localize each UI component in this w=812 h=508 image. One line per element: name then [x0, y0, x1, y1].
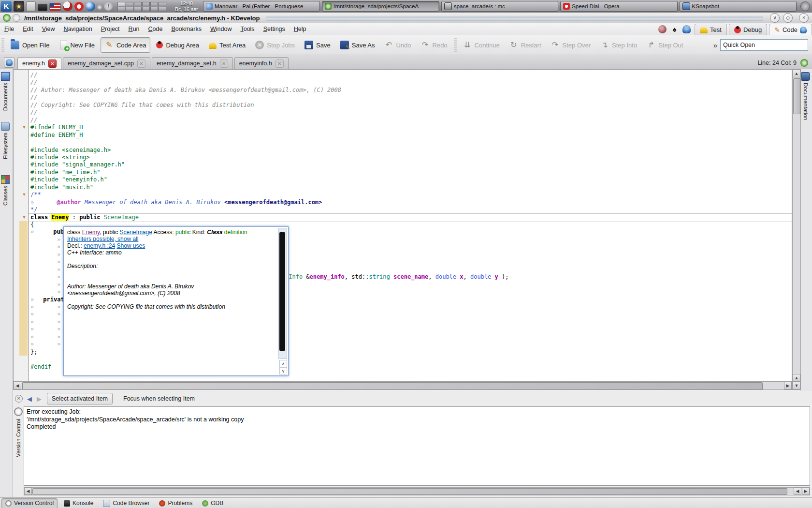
menu-navigation[interactable]: Navigation	[59, 23, 97, 35]
pager-desktop-1[interactable]	[117, 2, 125, 6]
toolbar-code-area[interactable]: ✎Code Area	[101, 37, 150, 53]
fold-marker[interactable]: ▼	[21, 124, 28, 131]
taskbar-window-button[interactable]: /mnt/storage_sda/projects/SpaceA	[322, 1, 439, 12]
alarm-clock-icon[interactable]	[63, 1, 72, 11]
statusbar-button-code-browser[interactable]: Code Browser	[100, 499, 153, 508]
dock-tab-classes[interactable]: Classes	[1, 175, 10, 206]
panel-scroll-left[interactable]: ◀	[24, 488, 32, 495]
toolview-tab-version-control[interactable]: Version Control	[15, 419, 21, 457]
tab-close-icon[interactable]: ✕	[220, 60, 228, 68]
kdevelop-gear-icon[interactable]	[800, 59, 808, 67]
editor-gutter[interactable]: ▼▼▼	[14, 70, 29, 381]
window-titlebar[interactable]: /mnt/storage_sda/projects/SpaceArcade/sp…	[0, 13, 812, 24]
close-toolview-icon[interactable]: ✕	[15, 395, 23, 403]
taskbar-window-button[interactable]: KSnapshot	[680, 1, 797, 12]
panel-scroll-left2[interactable]: ◀	[794, 488, 801, 495]
toolbar-overflow-button[interactable]: »	[710, 41, 720, 49]
panel-applet-icon[interactable]	[800, 1, 810, 11]
info-icon[interactable]: i	[104, 2, 113, 11]
toolbar-open-file[interactable]: Open File	[7, 38, 53, 52]
menu-code[interactable]: Code	[144, 23, 167, 35]
window-menu-icon[interactable]	[13, 14, 20, 22]
area-button-debug[interactable]: Debug	[729, 24, 767, 35]
area-button-test[interactable]: Test	[695, 24, 727, 35]
klipper-icon[interactable]	[26, 1, 36, 11]
pager-desktop-10[interactable]	[142, 7, 150, 11]
statusbar-button-gdb[interactable]: GDB	[199, 499, 227, 508]
editor-horizontal-scrollbar[interactable]: ◀ ▶	[13, 381, 792, 390]
hscroll-thumb[interactable]	[22, 382, 763, 390]
bookmarks-star-icon[interactable]: ★	[14, 1, 24, 12]
pager-desktop-12[interactable]	[159, 7, 166, 11]
forward-arrow-icon[interactable]: ▶	[37, 395, 42, 403]
fold-marker[interactable]: ▼	[21, 214, 28, 221]
menu-edit[interactable]: Edit	[18, 23, 38, 35]
tab-enemyinfo.h[interactable]: enemyinfo.h✕	[234, 57, 289, 69]
pager-desktop-11[interactable]	[150, 7, 158, 11]
tooltip-scroll-up[interactable]: ∧	[279, 360, 287, 367]
menu-run[interactable]: Run	[124, 23, 144, 35]
toolbar-debug-area[interactable]: Debug Area	[152, 38, 203, 52]
desktop-pager[interactable]	[117, 2, 166, 11]
taskbar-window-button[interactable]: Manowar - Pai (Father - Portuguese	[203, 1, 320, 12]
scroll-left-button[interactable]: ◀	[14, 382, 21, 389]
kmenu-icon[interactable]: K	[1, 1, 12, 12]
pager-desktop-8[interactable]	[126, 7, 133, 11]
pager-desktop-7[interactable]	[117, 7, 125, 11]
pager-desktop-6[interactable]	[159, 2, 166, 6]
menu-view[interactable]: View	[38, 23, 59, 35]
vcs-output-view[interactable]: Error executing Job:'/mnt/storage_sda/pr…	[24, 406, 810, 486]
panel-hscroll-thumb[interactable]	[32, 488, 787, 495]
taskbar-window-button[interactable]: Speed Dial - Opera	[560, 1, 677, 12]
spade-icon[interactable]: ♠	[670, 25, 679, 33]
pager-desktop-3[interactable]	[134, 2, 142, 6]
panel-button-select-activated-item[interactable]: Select activated Item	[47, 393, 113, 404]
scroll-down-button[interactable]: ▼	[793, 382, 800, 389]
maximize-button[interactable]: ◇	[783, 13, 793, 23]
minimize-button[interactable]: ∨	[770, 13, 780, 23]
toolbar-handle[interactable]	[1, 38, 4, 52]
taskbar-window-button[interactable]: space_arcade/s : mc	[441, 1, 558, 12]
toolbar-new-file[interactable]: New File	[55, 38, 99, 52]
mascot-icon[interactable]	[658, 25, 667, 33]
tab-close-icon[interactable]: ✕	[276, 60, 284, 68]
browser-globe-icon[interactable]	[86, 1, 95, 11]
pager-desktop-2[interactable]	[126, 2, 133, 6]
tab-close-icon[interactable]: ✕	[48, 60, 57, 68]
dock-tab-documentation[interactable]: Documentation	[801, 72, 810, 120]
pager-desktop-9[interactable]	[134, 7, 142, 11]
quick-open-input[interactable]	[720, 39, 808, 51]
scroll-up-button[interactable]: ▲	[793, 70, 800, 77]
version-control-icon[interactable]	[14, 407, 23, 416]
tab-enemy_damage_set.h[interactable]: enemy_damage_set.h✕	[152, 57, 233, 69]
statusbar-button-problems[interactable]: Problems	[156, 499, 196, 508]
toolbar-save[interactable]: Save	[301, 38, 334, 52]
menu-help[interactable]: Help	[290, 23, 311, 35]
tab-close-icon[interactable]: ✕	[137, 60, 145, 68]
dock-tab-filesystem[interactable]: Filesystem	[1, 122, 10, 159]
bell-icon[interactable]	[682, 25, 691, 33]
editor-vertical-scrollbar[interactable]: ▲ ▲ ▼	[792, 69, 801, 390]
panel-scroll-right[interactable]: ▶	[802, 488, 810, 495]
toolbar-save-as[interactable]: Save As	[336, 38, 379, 52]
document-list-button[interactable]	[4, 57, 14, 68]
dock-tab-documents[interactable]: Documents	[1, 72, 10, 111]
menu-bookmarks[interactable]: Bookmarks	[167, 23, 206, 35]
us-flag-icon[interactable]	[49, 3, 61, 11]
device-icon[interactable]	[38, 4, 47, 11]
tooltip-scroll-down[interactable]: ∨	[279, 367, 287, 374]
tab-enemy.h[interactable]: enemy.h✕	[17, 57, 61, 69]
menu-project[interactable]: Project	[97, 23, 124, 35]
statusbar-button-konsole[interactable]: Konsole	[60, 499, 97, 508]
pager-desktop-4[interactable]	[142, 2, 150, 6]
scroll-right-button[interactable]: ▶	[784, 382, 792, 389]
menu-tools[interactable]: Tools	[236, 23, 259, 35]
statusbar-button-version-control[interactable]: Version Control	[1, 498, 58, 508]
panel-clock[interactable]: 12:40Вс, 16 авг	[175, 0, 198, 12]
close-button[interactable]: ×	[799, 13, 809, 23]
scroll-up-button2[interactable]: ▲	[793, 374, 800, 382]
tooltip-scroll-thumb[interactable]	[279, 232, 285, 351]
area-button-code[interactable]: ✎Code	[769, 24, 812, 35]
panel-horizontal-scrollbar[interactable]: ◀ ◀ ▶	[24, 487, 810, 495]
tooltip-scrollbar[interactable]	[278, 228, 287, 359]
